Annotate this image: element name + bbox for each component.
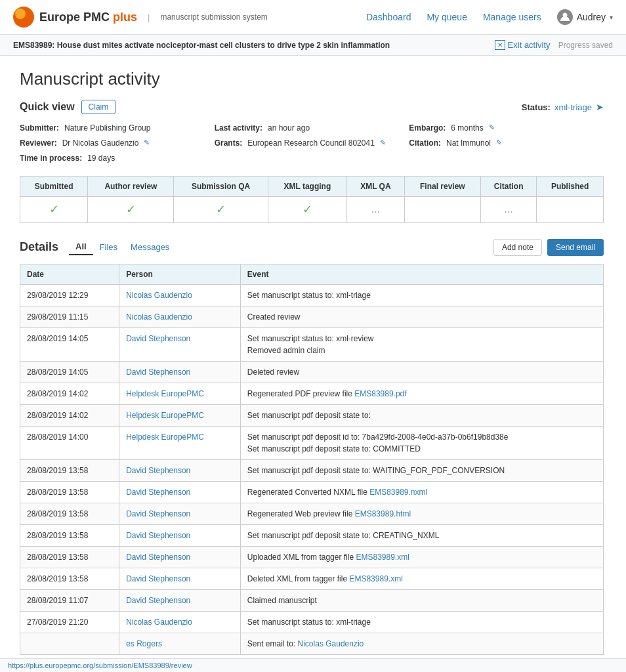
add-note-button[interactable]: Add note: [493, 239, 542, 256]
person-link[interactable]: David Stephenson: [126, 368, 190, 377]
last-activity-label: Last activity:: [215, 122, 262, 135]
url-text: https://plus.europepmc.org/submission/EM…: [8, 662, 192, 668]
activity-table: DatePersonEvent 29/08/2019 12:29Nicolas …: [20, 264, 604, 655]
event-link[interactable]: EMS83989.html: [355, 509, 411, 518]
activity-event: Set manuscript status to: xml-triage: [240, 284, 603, 306]
quick-view-label: Quick view: [20, 101, 75, 113]
exit-activity-link[interactable]: ✕ Exit activity: [495, 40, 551, 50]
grants-label: Grants:: [215, 137, 243, 150]
person-link[interactable]: David Stephenson: [126, 574, 190, 583]
user-name: Audrey: [577, 12, 606, 22]
tab-files[interactable]: Files: [93, 240, 124, 255]
table-row: 28/08/2019 13:58David StephensonRegenera…: [20, 481, 604, 503]
activity-person[interactable]: es Rogers: [119, 633, 241, 654]
activity-person[interactable]: Helpdesk EuropePMC: [119, 383, 241, 404]
details-actions: Add note Send email: [493, 239, 604, 256]
activity-person[interactable]: Helpdesk EuropePMC: [119, 404, 241, 426]
reviewer-value: Dr Nicolas Gaudenzio: [62, 137, 139, 150]
activity-date: 28/08/2019 14:00: [20, 426, 119, 459]
details-title: Details: [20, 240, 58, 254]
manuscript-title: EMS83989: House dust mites activate noci…: [13, 41, 390, 50]
activity-person[interactable]: David Stephenson: [119, 568, 241, 589]
send-email-button[interactable]: Send email: [547, 239, 604, 256]
person-link[interactable]: David Stephenson: [126, 553, 190, 562]
activity-person[interactable]: David Stephenson: [119, 459, 241, 481]
activity-date: 27/08/2019 21:20: [20, 611, 119, 633]
activity-event: Set manuscript status to: xml-triage: [240, 611, 603, 633]
activity-person[interactable]: David Stephenson: [119, 327, 241, 361]
checkmark-icon: ✓: [216, 203, 226, 216]
exit-activity-label: Exit activity: [508, 40, 551, 50]
person-link[interactable]: David Stephenson: [126, 488, 190, 497]
exit-icon: ✕: [495, 40, 505, 50]
nav-dashboard[interactable]: Dashboard: [366, 12, 411, 22]
table-row: 28/08/2019 13:58David StephensonSet manu…: [20, 459, 604, 481]
person-link[interactable]: Helpdesk EuropePMC: [126, 389, 204, 398]
logo-icon: [13, 7, 34, 28]
activity-person[interactable]: Nicolas Gaudenzio: [119, 611, 241, 633]
person-link[interactable]: David Stephenson: [126, 596, 190, 605]
event-link[interactable]: Nicolas Gaudenzio: [298, 639, 364, 648]
grants-edit-icon[interactable]: ✎: [380, 137, 386, 149]
table-row: es RogersSent email to: Nicolas Gaudenzi…: [20, 633, 604, 654]
embargo-edit-icon[interactable]: ✎: [489, 122, 495, 134]
table-row: 28/08/2019 13:58David StephensonDeleted …: [20, 568, 604, 589]
person-link[interactable]: Nicolas Gaudenzio: [126, 291, 192, 300]
status-navigate-icon[interactable]: ➤: [596, 102, 604, 112]
table-row: 28/08/2019 11:07David StephensonClaimed …: [20, 589, 604, 611]
activity-person[interactable]: Helpdesk EuropePMC: [119, 426, 241, 459]
tab-all[interactable]: All: [69, 239, 93, 255]
ellipsis-icon: ...: [371, 203, 380, 215]
status-label: Status:: [522, 102, 551, 112]
person-link[interactable]: David Stephenson: [126, 334, 190, 343]
person-link[interactable]: es Rogers: [126, 639, 162, 648]
workflow-header: Published: [537, 176, 604, 196]
person-link[interactable]: David Stephenson: [126, 509, 190, 518]
person-link[interactable]: Nicolas Gaudenzio: [126, 312, 192, 322]
activity-event: Sent email to: Nicolas Gaudenzio: [240, 633, 603, 654]
nav-my-queue[interactable]: My queue: [427, 12, 467, 22]
event-link[interactable]: EMS83989.nxml: [369, 488, 427, 497]
activity-person[interactable]: Nicolas Gaudenzio: [119, 306, 241, 327]
person-link[interactable]: Nicolas Gaudenzio: [126, 618, 192, 627]
activity-bar: EMS83989: House dust mites activate noci…: [0, 35, 626, 56]
activity-event: Set manuscript pdf deposit state to: WAI…: [240, 459, 603, 481]
person-link[interactable]: Helpdesk EuropePMC: [126, 411, 204, 420]
activity-person[interactable]: David Stephenson: [119, 481, 241, 503]
workflow-cell: [404, 196, 480, 222]
reviewer-row: Reviewer: Dr Nicolas Gaudenzio ✎: [20, 137, 215, 150]
details-left: Details AllFilesMessages: [20, 239, 176, 255]
activity-date: 28/08/2019 14:05: [20, 361, 119, 383]
claim-button[interactable]: Claim: [81, 100, 116, 114]
tab-messages[interactable]: Messages: [124, 240, 176, 255]
citation-edit-icon[interactable]: ✎: [496, 137, 502, 149]
person-link[interactable]: David Stephenson: [126, 531, 190, 540]
chevron-down-icon: ▾: [610, 14, 613, 21]
reviewer-label: Reviewer:: [20, 137, 57, 150]
event-link[interactable]: EMS83989.xml: [356, 553, 409, 562]
logo-subtitle: manuscript submission system: [160, 12, 267, 22]
activity-date: 28/08/2019 13:58: [20, 459, 119, 481]
event-link[interactable]: EMS83989.pdf: [354, 389, 406, 398]
activity-date: 28/08/2019 14:02: [20, 404, 119, 426]
person-link[interactable]: Helpdesk EuropePMC: [126, 432, 204, 442]
nav-manage-users[interactable]: Manage users: [483, 12, 541, 22]
table-row: 29/08/2019 12:29Nicolas GaudenzioSet man…: [20, 284, 604, 306]
activity-date: [20, 633, 119, 654]
workflow-cell: ✓: [268, 196, 346, 222]
workflow-header: XML QA: [347, 176, 405, 196]
activity-event: Deleted XML from tagger file EMS83989.xm…: [240, 568, 603, 589]
activity-person[interactable]: David Stephenson: [119, 503, 241, 524]
status-value: xml-triage: [554, 102, 592, 112]
activity-person[interactable]: David Stephenson: [119, 361, 241, 383]
person-link[interactable]: David Stephenson: [126, 466, 190, 475]
activity-person[interactable]: David Stephenson: [119, 589, 241, 611]
reviewer-edit-icon[interactable]: ✎: [144, 137, 150, 149]
workflow-cell: ✓: [20, 196, 88, 222]
activity-person[interactable]: Nicolas Gaudenzio: [119, 284, 241, 306]
activity-person[interactable]: David Stephenson: [119, 546, 241, 568]
event-link[interactable]: EMS83989.xml: [349, 574, 402, 583]
activity-event: Set manuscript pdf deposit id to: 7ba429…: [240, 426, 603, 459]
user-menu[interactable]: Audrey ▾: [557, 9, 613, 25]
activity-person[interactable]: David Stephenson: [119, 524, 241, 546]
